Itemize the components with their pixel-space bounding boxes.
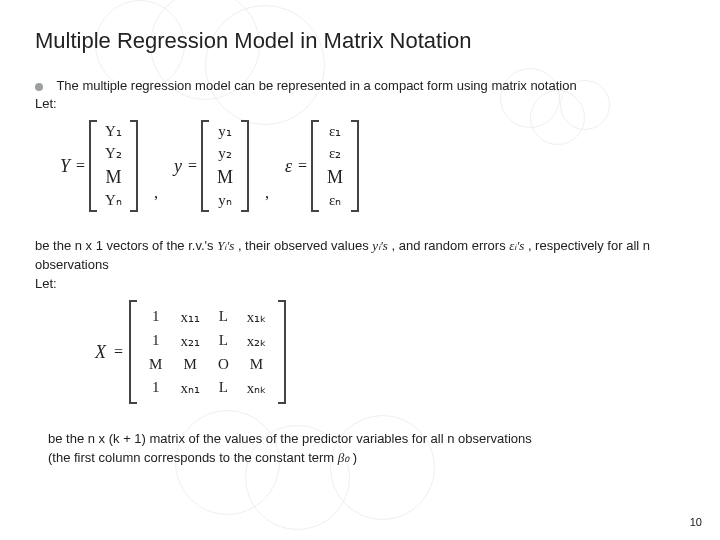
- intro-text: The multiple regression model can be rep…: [56, 78, 576, 93]
- let-label-2: Let:: [35, 276, 57, 291]
- let-label-1: Let:: [35, 96, 57, 111]
- Yi-symbol: Yᵢ's: [217, 238, 234, 253]
- X-matrix-grid: 1x₁₁Lx₁ₖ 1x₂₁Lx₂ₖ MMOM 1xₙ₁Lxₙₖ: [143, 304, 272, 401]
- yi-symbol: yᵢ's: [372, 238, 388, 253]
- intro-line: The multiple regression model can be rep…: [35, 78, 710, 93]
- bullet-icon: [35, 83, 43, 91]
- vector-description: be the n x 1 vectors of the r.v.'s Yᵢ's …: [35, 237, 700, 294]
- eps-lhs: ε: [285, 156, 294, 177]
- ei-symbol: εᵢ's: [509, 238, 524, 253]
- Y-lhs: Y: [60, 156, 72, 177]
- beta0-symbol: β₀: [338, 450, 349, 465]
- y-lhs: y: [174, 156, 184, 177]
- vector-definitions: Y = Y₁ Y₂ M Yₙ , y = y₁ y₂ M yₙ , ε = ε₁…: [60, 120, 359, 212]
- vector-eps: ε = ε₁ ε₂ M εₙ: [285, 120, 359, 212]
- slide-title: Multiple Regression Model in Matrix Nota…: [35, 28, 472, 54]
- matrix-X-definition: X = 1x₁₁Lx₁ₖ 1x₂₁Lx₂ₖ MMOM 1xₙ₁Lxₙₖ: [95, 300, 286, 404]
- matrix-description: be the n x (k + 1) matrix of the values …: [48, 430, 680, 468]
- vector-y: y = y₁ y₂ M yₙ: [174, 120, 249, 212]
- vector-Y: Y = Y₁ Y₂ M Yₙ: [60, 120, 138, 212]
- page-number: 10: [690, 516, 702, 528]
- X-lhs: X: [95, 342, 108, 363]
